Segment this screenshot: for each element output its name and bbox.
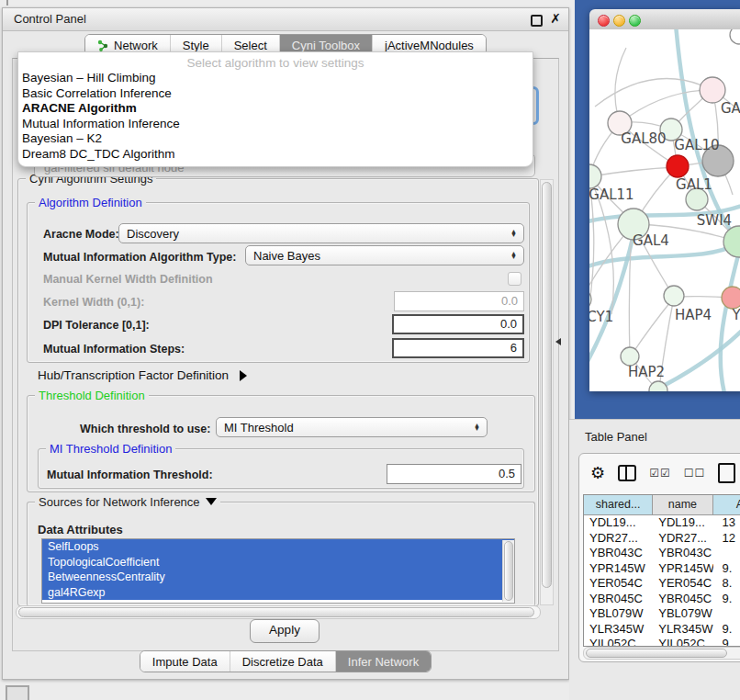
close-icon[interactable]: ✗ bbox=[550, 11, 561, 26]
mi-algorithm-type-label: Mutual Information Algorithm Type: bbox=[43, 251, 236, 264]
dropdown-item-selected[interactable]: ARACNE Algorithm bbox=[18, 101, 533, 117]
mi-steps-field[interactable]: 6 bbox=[392, 338, 524, 358]
node-label: GAL4 bbox=[633, 232, 669, 249]
network-edge[interactable] bbox=[620, 90, 712, 123]
network-window[interactable]: GALGAL80GAL10GAL1GAL11SWI4GAL4GCY1HAP4YH… bbox=[589, 9, 740, 391]
table-cell: YDL19... bbox=[584, 515, 653, 531]
zoom-traffic-light-icon[interactable] bbox=[629, 15, 641, 27]
table-cell: YPR145W bbox=[584, 561, 653, 577]
list-scrollbar[interactable] bbox=[502, 540, 514, 602]
list-item[interactable]: gal4RGexp bbox=[42, 585, 514, 601]
manual-kernel-width-label: Manual Kernel Width Definition bbox=[43, 273, 213, 286]
network-node[interactable] bbox=[621, 347, 639, 366]
dropdown-item[interactable]: Dream8 DC_TDC Algorithm bbox=[18, 147, 533, 163]
gear-icon[interactable]: ⚙ bbox=[590, 463, 605, 483]
kernel-width-field[interactable]: 0.0 bbox=[394, 291, 524, 311]
table-cell: YER054C bbox=[584, 576, 653, 592]
node-table[interactable]: shared...nameAYDL19...YDL19...13YDR27...… bbox=[583, 494, 740, 647]
column-header[interactable]: A bbox=[713, 495, 740, 514]
data-attributes-list[interactable]: SelfLoops TopologicalCoefficient Between… bbox=[41, 538, 515, 604]
table-row[interactable]: YPR145WYPR145W9. bbox=[584, 561, 740, 577]
kernel-width-label: Kernel Width (0,1): bbox=[43, 296, 144, 309]
node-label: Y bbox=[731, 307, 740, 323]
table-cell: 9. bbox=[713, 561, 740, 577]
table-panel: Table Panel ⚙ ☑☑ ☐☐ shared...nameAYDL19.… bbox=[569, 419, 740, 700]
tab-label: Select bbox=[234, 39, 267, 52]
which-threshold-combobox[interactable]: MI Threshold ▲▼ bbox=[216, 417, 488, 437]
settings-horizontal-scrollbar[interactable] bbox=[16, 605, 541, 619]
dropdown-item[interactable]: Basic Correlation Inference bbox=[18, 86, 533, 102]
minimize-traffic-light-icon[interactable] bbox=[613, 15, 625, 27]
network-node[interactable] bbox=[589, 164, 601, 188]
table-row[interactable]: YBL079WYBL079W bbox=[584, 606, 740, 622]
table-cell: 9. bbox=[713, 592, 740, 607]
unchecked-pair-icon[interactable]: ☐☐ bbox=[684, 467, 706, 480]
network-node[interactable] bbox=[700, 77, 725, 103]
table-toolbar: ⚙ ☑☑ ☐☐ bbox=[579, 454, 740, 492]
table-row[interactable]: YBR045CYBR045C9. bbox=[584, 592, 740, 607]
tab-impute-data[interactable]: Impute Data bbox=[140, 651, 230, 672]
node-label: SWI4 bbox=[697, 212, 732, 229]
collapse-arrow-icon[interactable] bbox=[206, 498, 217, 505]
table-horizontal-scrollbar[interactable] bbox=[583, 647, 740, 660]
table-panel-title: Table Panel bbox=[585, 430, 647, 444]
table-row[interactable]: YDR27...YDR27...12 bbox=[584, 531, 740, 547]
table-row[interactable]: YDL19...YDL19...13 bbox=[584, 515, 740, 531]
table-cell: YER054C bbox=[653, 576, 712, 592]
list-item[interactable]: TopologicalCoefficient bbox=[42, 555, 514, 570]
mi-algorithm-type-combobox[interactable]: Naive Bayes ▲▼ bbox=[245, 245, 524, 265]
table-cell: YBR045C bbox=[653, 592, 712, 607]
control-panel-titlebar[interactable]: Control Panel ✗ bbox=[3, 8, 568, 31]
table-row[interactable]: YER054CYER054C8. bbox=[584, 576, 740, 592]
expand-triangle-icon[interactable] bbox=[240, 370, 247, 381]
dpi-tolerance-field[interactable]: 0.0 bbox=[392, 314, 524, 334]
float-icon[interactable] bbox=[531, 15, 543, 27]
network-node[interactable] bbox=[730, 29, 740, 44]
table-row[interactable]: YLR345WYLR345W9. bbox=[584, 622, 740, 638]
panel-splitter-arrow-icon[interactable] bbox=[555, 338, 561, 345]
column-header[interactable]: name bbox=[653, 495, 712, 514]
manual-kernel-width-checkbox[interactable] bbox=[508, 272, 521, 286]
network-node[interactable] bbox=[722, 287, 740, 309]
settings-vertical-scrollbar[interactable] bbox=[540, 179, 554, 605]
column-header[interactable]: shared... bbox=[584, 495, 653, 514]
network-icon bbox=[97, 40, 109, 51]
table-cell: YBR045C bbox=[584, 592, 653, 607]
dropdown-item[interactable]: Mutual Information Inference bbox=[18, 117, 533, 132]
checked-pair-icon[interactable]: ☑☑ bbox=[649, 467, 671, 480]
node-label: GAL80 bbox=[621, 130, 666, 147]
tab-label: Cyni Toolbox bbox=[292, 39, 360, 52]
network-node[interactable] bbox=[664, 286, 684, 306]
tab-label: Discretize Data bbox=[242, 655, 323, 669]
table-cell: YDL19... bbox=[653, 515, 712, 531]
network-node[interactable] bbox=[667, 155, 689, 177]
list-item[interactable]: SelfLoops bbox=[42, 539, 514, 555]
network-node[interactable] bbox=[723, 226, 740, 257]
network-edge[interactable] bbox=[591, 167, 676, 176]
hub-definition-section[interactable]: Hub/Transcription Factor Definition bbox=[38, 368, 247, 382]
network-window-titlebar[interactable] bbox=[589, 9, 740, 30]
network-edge[interactable] bbox=[632, 298, 674, 355]
table-row[interactable]: YIL052CYIL052C9 bbox=[584, 637, 740, 647]
panel-title: Control Panel bbox=[14, 12, 86, 26]
bottom-left-widget[interactable] bbox=[6, 685, 29, 700]
table-cell: YBL079W bbox=[653, 606, 712, 622]
network-canvas[interactable]: GALGAL80GAL10GAL1GAL11SWI4GAL4GCY1HAP4YH… bbox=[589, 29, 740, 391]
network-edge[interactable] bbox=[637, 322, 740, 391]
mi-threshold-field[interactable]: 0.5 bbox=[387, 464, 521, 484]
list-item[interactable]: BetweennessCentrality bbox=[42, 570, 514, 585]
split-columns-icon[interactable] bbox=[618, 465, 636, 481]
tab-discretize-data[interactable]: Discretize Data bbox=[230, 651, 336, 672]
document-icon[interactable] bbox=[718, 463, 735, 483]
control-panel-window: Control Panel ✗ Network Style Select Cyn… bbox=[2, 7, 569, 680]
node-label: GAL bbox=[721, 100, 740, 117]
dropdown-item[interactable]: Bayesian – K2 bbox=[18, 131, 533, 147]
tab-infer-network[interactable]: Infer Network bbox=[336, 651, 431, 672]
network-node[interactable] bbox=[649, 381, 667, 391]
table-row[interactable]: YBR043CYBR043C bbox=[584, 546, 740, 561]
aracne-mode-combobox[interactable]: Discovery ▲▼ bbox=[118, 223, 524, 243]
apply-button[interactable]: Apply bbox=[250, 619, 320, 643]
close-traffic-light-icon[interactable] bbox=[598, 15, 610, 27]
dropdown-item[interactable]: Bayesian – Hill Climbing bbox=[18, 71, 533, 86]
table-cell: YIL052C bbox=[584, 637, 653, 647]
